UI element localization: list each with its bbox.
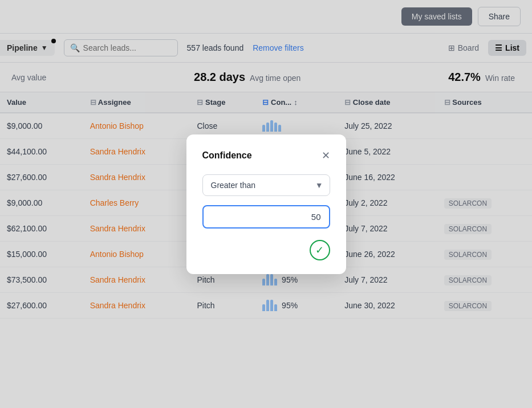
filter-select-wrapper: Greater than Less than Equal to Between … xyxy=(202,174,330,196)
confirm-checkmark-icon: ✓ xyxy=(310,240,330,260)
modal-confirm-area: ✓ xyxy=(202,240,330,260)
modal-close-button[interactable]: ✕ xyxy=(322,150,330,161)
modal-header: Confidence ✕ xyxy=(202,150,330,161)
confidence-value-input[interactable] xyxy=(202,205,330,229)
confirm-button[interactable]: ✓ xyxy=(310,240,330,260)
confidence-modal: Confidence ✕ Greater than Less than Equa… xyxy=(186,134,346,274)
modal-overlay: Confidence ✕ Greater than Less than Equa… xyxy=(0,0,532,319)
modal-title: Confidence xyxy=(202,150,252,161)
filter-type-select[interactable]: Greater than Less than Equal to Between xyxy=(202,174,330,196)
